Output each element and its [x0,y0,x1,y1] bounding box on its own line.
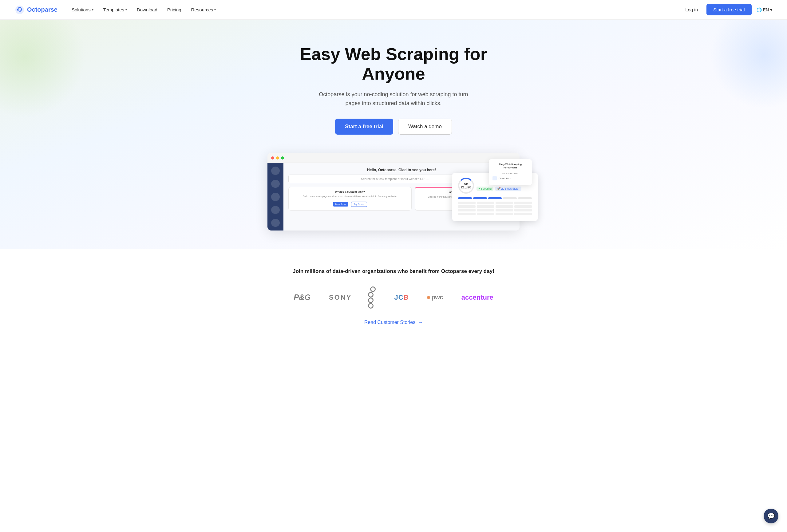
sidebar-icon-4 [271,206,280,214]
chat-button[interactable]: 💬 [764,509,779,524]
table-row-4 [458,213,532,215]
nav-right: Log in Start a free trial 🌐 EN ▾ [682,4,772,15]
cell-13 [458,213,475,215]
cell-9 [458,209,475,211]
templates-chevron-icon: ▾ [125,8,127,12]
solutions-chevron-icon: ▾ [92,8,93,12]
logo-audi [370,286,376,308]
sidebar-icon-1 [271,167,280,174]
hero-buttons: Start a free trial Watch a demo [15,119,772,135]
cell-4 [514,201,532,204]
rp-cloud-task-label: Cloud Task [498,177,511,180]
hero-subtitle: Octoparse is your no-coding solution for… [314,90,473,108]
rp-cloud-task: Cloud Task [492,176,528,180]
table-row-2 [458,205,532,208]
running-count-top: 424 [464,182,468,185]
rp-title: Easy Web Scraping [492,163,528,166]
customer-stories-link[interactable]: Read Customer Stories → [364,320,423,325]
hero-app-mockup-container: Hello, Octoparse. Glad to see you here! … [268,153,519,231]
running-badges: ● Boosting 🚀 20 times faster [476,187,532,191]
nav-download[interactable]: Download [132,5,162,15]
audi-ring-4 [368,303,374,308]
audi-ring-1 [370,286,376,292]
octoparse-logo-icon [15,5,25,15]
app-sidebar [268,163,283,231]
sidebar-icon-3 [271,193,280,201]
nav-pricing[interactable]: Pricing [163,5,186,15]
app-titlebar [268,153,519,163]
rp-title2: For Anyone [492,166,528,169]
bar-1 [458,197,472,199]
cell-3 [495,201,513,204]
cell-6 [477,205,494,208]
chat-icon: 💬 [767,512,775,520]
window-maximize-dot [281,156,284,159]
card1-btn[interactable]: New Task [333,202,348,207]
cell-11 [495,209,513,211]
lang-chevron-icon: ▾ [770,7,772,12]
hero-title: Easy Web Scraping for Anyone [271,44,516,84]
running-data-table [458,201,532,215]
svg-point-2 [21,9,22,10]
bar-5 [518,197,532,199]
logos-title: Join millions of data-driven organizatio… [15,268,772,275]
right-panel-overlay: Easy Web Scraping For Anyone Your latest… [489,159,532,185]
customer-stories-label: Read Customer Stories [364,320,415,325]
cell-16 [514,213,532,215]
cell-14 [477,213,494,215]
nav-templates[interactable]: Templates ▾ [99,5,131,15]
card1-title: What's a custom task? [292,190,408,193]
table-row-3 [458,209,532,211]
cell-15 [495,213,513,215]
logo-sony: SONY [329,294,352,301]
badge-boosting: ● Boosting [476,187,493,191]
nav-links: Solutions ▾ Templates ▾ Download Pricing… [67,5,682,15]
sidebar-icon-5 [271,219,280,227]
card1-desc: Build custom webpages and set up custom … [292,194,408,198]
logos-row: P&G SONY JCB pwc accenture [15,286,772,308]
hero-cta-secondary[interactable]: Watch a demo [398,119,452,135]
logo-link[interactable]: Octoparse [15,5,58,15]
app-greeting: Hello, Octoparse. Glad to see you here! [289,168,515,172]
resources-chevron-icon: ▾ [214,8,216,12]
cell-7 [495,205,513,208]
nav-solutions[interactable]: Solutions ▾ [67,5,98,15]
pwc-dot [427,296,430,299]
logo-accenture: accenture [462,294,493,301]
svg-point-1 [17,9,19,10]
badge-faster: 🚀 20 times faster [495,187,522,191]
nav-resources[interactable]: Resources ▾ [187,5,220,15]
logos-section: Join millions of data-driven organizatio… [0,249,787,338]
cell-5 [458,205,475,208]
audi-ring-3 [368,298,374,303]
window-minimize-dot [276,156,279,159]
app-card-custom-task: What's a custom task? Build custom webpa… [289,187,412,210]
cell-8 [514,205,532,208]
table-row-1 [458,201,532,204]
window-close-dot [271,156,274,159]
globe-icon: 🌐 [757,7,762,12]
cell-12 [514,209,532,211]
svg-point-0 [15,5,24,14]
cloud-icon [492,176,497,180]
cell-1 [458,201,475,204]
language-selector[interactable]: 🌐 EN ▾ [757,7,772,12]
cell-10 [477,209,494,211]
bar-2 [473,197,487,199]
bar-4 [503,197,517,199]
login-button[interactable]: Log in [682,5,702,15]
nav-cta-button[interactable]: Start a free trial [706,4,752,15]
hero-cta-primary[interactable]: Start a free trial [335,119,393,135]
logo-text: Octoparse [27,6,58,13]
logo-jcb: JCB [394,294,408,301]
bar-3 [488,197,502,199]
cell-2 [477,201,494,204]
customer-stories-arrow-icon: → [418,320,423,325]
card1-btn2[interactable]: Try Demo [351,201,367,207]
hero-section: Easy Web Scraping for Anyone Octoparse i… [0,20,787,249]
logo-pg: P&G [294,293,311,302]
logo-pwc: pwc [427,294,443,301]
audi-ring-2 [368,292,374,298]
rp-header: Your latest task [492,172,528,175]
navbar: Octoparse Solutions ▾ Templates ▾ Downlo… [0,0,787,20]
